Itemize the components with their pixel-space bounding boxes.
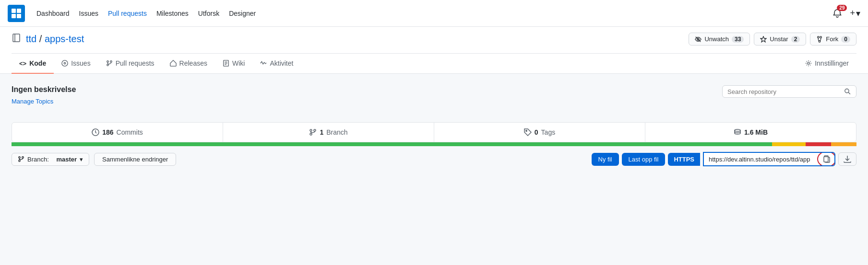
svg-rect-0 bbox=[12, 9, 16, 13]
nav-dashboard[interactable]: Dashboard bbox=[36, 8, 70, 19]
desc-search-row: Ingen beskrivelse Manage Topics bbox=[12, 85, 856, 115]
tags-stat[interactable]: 0 Tags bbox=[434, 123, 645, 142]
repo-name-link[interactable]: apps-test bbox=[45, 34, 84, 44]
tab-kode-label: Kode bbox=[29, 59, 46, 67]
branch-selector[interactable]: Branch: master ▾ bbox=[12, 153, 89, 166]
branches-label: Branch bbox=[326, 128, 347, 136]
create-button[interactable]: + ▾ bbox=[850, 8, 860, 19]
size-stat[interactable]: 1.6 MiB bbox=[645, 123, 856, 142]
branches-stat[interactable]: 1 Branch bbox=[223, 123, 434, 142]
repo-title-left: ttd / apps-test bbox=[12, 33, 84, 45]
unstar-button[interactable]: Unstar 2 bbox=[754, 33, 806, 46]
svg-point-9 bbox=[818, 36, 820, 38]
svg-point-25 bbox=[845, 89, 849, 92]
fork-label: Fork bbox=[826, 35, 838, 43]
star-icon bbox=[760, 36, 767, 43]
tab-releases[interactable]: Releases bbox=[162, 54, 215, 74]
fork-button[interactable]: Fork 0 bbox=[810, 33, 856, 46]
branch-row-left: Branch: master ▾ Sammenlikne endringer bbox=[12, 153, 176, 166]
repo-full-name: ttd / apps-test bbox=[26, 34, 84, 45]
size-count: 1.6 MiB bbox=[744, 128, 768, 136]
svg-point-35 bbox=[19, 160, 21, 162]
repo-separator: / bbox=[39, 34, 42, 44]
nav-links: Dashboard Issues Pull requests Milestone… bbox=[36, 8, 819, 19]
download-button[interactable] bbox=[838, 152, 856, 166]
clone-url-input[interactable] bbox=[704, 153, 819, 165]
book-icon bbox=[12, 33, 21, 43]
branch-prefix: Branch: bbox=[27, 156, 49, 163]
branches-count: 1 bbox=[320, 128, 323, 136]
releases-icon bbox=[170, 60, 177, 67]
clone-url-wrapper bbox=[703, 152, 835, 166]
branch-icon bbox=[18, 156, 24, 162]
tab-settings-label: Innstillinger bbox=[815, 59, 849, 67]
clock-icon bbox=[92, 128, 99, 136]
tab-innstillinger[interactable]: Innstillinger bbox=[797, 54, 856, 74]
tab-aktivitet[interactable]: Aktivitet bbox=[252, 54, 301, 74]
nav-designer[interactable]: Designer bbox=[229, 8, 256, 19]
eye-icon bbox=[695, 36, 702, 43]
unwatch-label: Unwatch bbox=[704, 35, 729, 43]
manage-topics-link[interactable]: Manage Topics bbox=[12, 98, 76, 105]
nav-pull-requests[interactable]: Pull requests bbox=[108, 8, 147, 19]
svg-point-15 bbox=[64, 62, 66, 64]
unwatch-button[interactable]: Unwatch 33 bbox=[689, 33, 750, 46]
unstar-label: Unstar bbox=[770, 35, 788, 43]
plus-chevron: ▾ bbox=[856, 8, 860, 19]
repo-owner-link[interactable]: ttd bbox=[26, 34, 36, 44]
repo-title-row: ttd / apps-test Unwatch 33 Unstar bbox=[12, 33, 856, 51]
branch-chevron: ▾ bbox=[80, 156, 83, 163]
lang-red bbox=[806, 142, 831, 146]
search-input[interactable] bbox=[727, 88, 841, 95]
notification-badge: 29 bbox=[837, 5, 847, 11]
stats-bar: 186 Commits 1 Branch 0 Tags bbox=[12, 122, 856, 142]
fork-count: 0 bbox=[841, 36, 850, 43]
tab-kode[interactable]: <> Kode bbox=[12, 54, 54, 74]
new-file-button[interactable]: Ny fil bbox=[592, 153, 619, 166]
nav-utforsk[interactable]: Utforsk bbox=[198, 8, 219, 19]
nav-right-actions: 29 + ▾ bbox=[831, 7, 860, 20]
svg-point-33 bbox=[735, 129, 740, 131]
repo-header: ttd / apps-test Unwatch 33 Unstar bbox=[0, 27, 868, 74]
main-content: Ingen beskrivelse Manage Topics 186 Comm… bbox=[0, 74, 868, 172]
repo-desc-block: Ingen beskrivelse Manage Topics bbox=[12, 85, 76, 115]
tab-wiki[interactable]: Wiki bbox=[215, 54, 252, 74]
upload-file-button[interactable]: Last opp fil bbox=[622, 153, 666, 166]
app-logo[interactable] bbox=[8, 5, 25, 22]
branch-row-right: Ny fil Last opp fil HTTPS bbox=[592, 152, 856, 166]
svg-point-10 bbox=[820, 36, 822, 38]
svg-rect-39 bbox=[824, 157, 828, 162]
tags-count: 0 bbox=[535, 128, 538, 136]
compare-button[interactable]: Sammenlikne endringer bbox=[94, 153, 176, 166]
nav-milestones[interactable]: Milestones bbox=[156, 8, 189, 19]
search-icon bbox=[844, 88, 851, 95]
notification-button[interactable]: 29 bbox=[831, 7, 844, 20]
commits-count: 186 bbox=[102, 128, 113, 136]
plus-label: + bbox=[850, 8, 855, 18]
issues-icon bbox=[61, 60, 68, 67]
tab-wiki-label: Wiki bbox=[232, 59, 245, 67]
logo-icon bbox=[11, 8, 22, 19]
settings-icon bbox=[805, 60, 812, 67]
copy-wrapper bbox=[819, 153, 834, 165]
branch-stat-icon bbox=[309, 128, 317, 136]
fork-icon bbox=[816, 36, 823, 43]
lang-yellow2 bbox=[831, 142, 856, 146]
tab-pull-requests[interactable]: Pull requests bbox=[98, 54, 162, 74]
commits-stat[interactable]: 186 Commits bbox=[12, 123, 223, 142]
tab-issues[interactable]: Issues bbox=[54, 54, 98, 74]
tag-stat-icon bbox=[524, 128, 532, 136]
activity-icon bbox=[260, 60, 267, 67]
svg-rect-38 bbox=[825, 157, 830, 162]
unwatch-count: 33 bbox=[732, 36, 744, 43]
kode-icon: <> bbox=[19, 60, 26, 67]
https-button[interactable]: HTTPS bbox=[668, 153, 700, 166]
repo-description: Ingen beskrivelse bbox=[12, 85, 76, 94]
svg-point-30 bbox=[314, 129, 316, 131]
nav-issues[interactable]: Issues bbox=[79, 8, 98, 19]
tab-pr-label: Pull requests bbox=[116, 59, 155, 67]
tab-aktivitet-label: Aktivitet bbox=[270, 59, 293, 67]
svg-point-14 bbox=[62, 60, 68, 66]
svg-line-26 bbox=[848, 92, 850, 94]
copy-url-button[interactable] bbox=[819, 153, 834, 165]
